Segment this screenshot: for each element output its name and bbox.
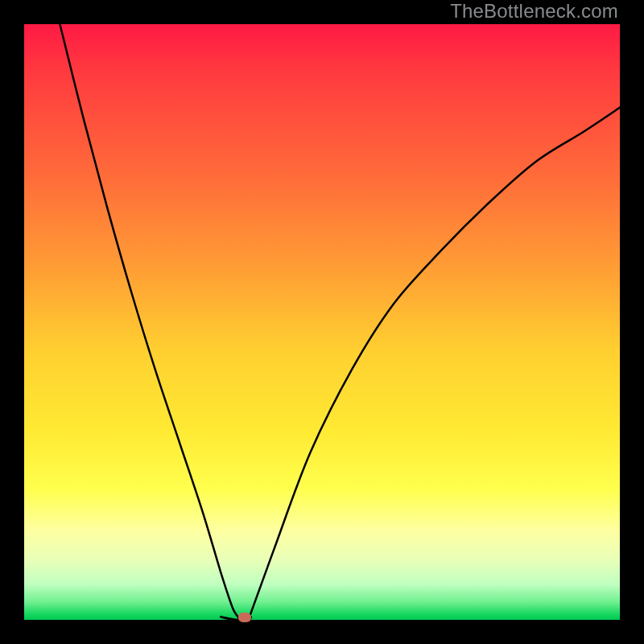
bottleneck-curve bbox=[24, 24, 620, 620]
optimal-point-marker bbox=[238, 613, 251, 622]
chart-frame: TheBottleneck.com bbox=[0, 0, 644, 644]
watermark-text: TheBottleneck.com bbox=[450, 0, 618, 23]
plot-area bbox=[24, 24, 620, 620]
